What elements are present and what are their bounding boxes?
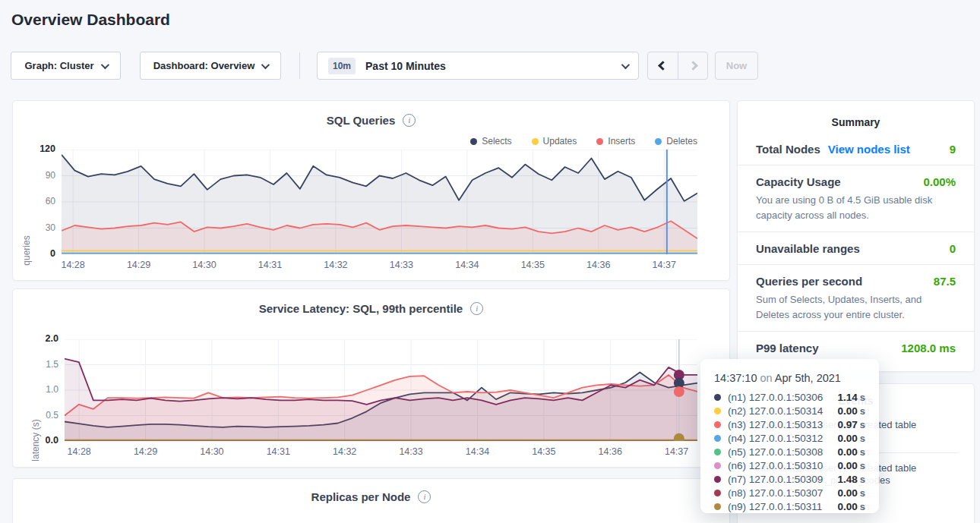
sql-queries-plot[interactable]: 030609012014:2814:2914:3014:3114:3214:33…	[62, 150, 697, 254]
time-range-badge: 10m	[328, 58, 356, 74]
x-axis-tick: 14:32	[325, 446, 365, 457]
x-axis-tick: 14:35	[513, 260, 552, 270]
node-color-dot-icon	[714, 490, 721, 496]
tooltip-node-label: (n2) 127.0.0.1:50314	[728, 405, 837, 417]
summary-row-qps: Queries per second 87.5 Sum of Selects, …	[738, 265, 974, 332]
tooltip-node-unit: s	[860, 405, 865, 417]
sql-legend: SelectsUpdatesInsertsDeletes	[470, 136, 697, 147]
page-title: Overview Dashboard	[11, 11, 170, 29]
y-axis-tick: 0	[22, 248, 55, 259]
total-nodes-value: 9	[950, 143, 956, 156]
tooltip-node-unit: s	[860, 433, 865, 444]
next-time-button[interactable]	[678, 52, 707, 79]
chevron-down-icon	[261, 60, 270, 68]
tooltip-node-value: 1.14	[837, 392, 857, 403]
info-icon[interactable]: i	[418, 490, 431, 503]
tooltip-node-label: (n7) 127.0.0.1:50309	[728, 474, 837, 485]
x-axis-tick: 14:28	[53, 260, 93, 270]
tooltip-row: (n2) 127.0.0.1:503140.00s	[714, 404, 865, 417]
summary-row-capacity: Capacity Usage 0.00% You are using 0 B o…	[738, 165, 974, 232]
tooltip-node-value: 0.00	[837, 460, 857, 471]
tooltip-node-unit: s	[860, 446, 865, 458]
service-latency-plot[interactable]: 0.00.51.01.52.014:2814:2914:3014:3114:32…	[65, 339, 697, 441]
x-axis-tick: 14:30	[192, 446, 232, 457]
summary-title: Summary	[738, 101, 974, 133]
legend-dot-icon	[470, 138, 477, 145]
chevron-right-icon	[688, 61, 698, 71]
tooltip-node-value: 0.97	[837, 419, 857, 430]
tooltip-node-unit: s	[860, 487, 865, 499]
tooltip-node-label: (n5) 127.0.0.1:50308	[728, 446, 837, 458]
prev-time-button[interactable]	[648, 52, 678, 79]
legend-dot-icon	[655, 138, 662, 145]
y-axis-tick: 120	[22, 143, 55, 154]
chevron-down-icon	[100, 60, 109, 68]
tooltip-node-value: 0.00	[837, 501, 857, 512]
tooltip-row: (n7) 127.0.0.1:503091.48s	[714, 472, 865, 486]
info-icon[interactable]: i	[403, 114, 416, 127]
tooltip-time: 14:37:10	[714, 372, 757, 384]
capacity-usage-label: Capacity Usage	[756, 175, 841, 188]
tooltip-node-label: (n9) 127.0.0.1:50311	[728, 501, 837, 512]
tooltip-row: (n6) 127.0.0.1:503100.00s	[714, 458, 865, 472]
tooltip-timestamp: 14:37:10 on Apr 5th, 2021	[714, 372, 865, 384]
node-color-dot-icon	[714, 462, 721, 469]
node-color-dot-icon	[714, 476, 721, 483]
x-axis-tick: 14:28	[59, 446, 99, 457]
graph-dropdown[interactable]: Graph: Cluster	[11, 52, 121, 80]
legend-label: Updates	[543, 136, 577, 147]
view-nodes-list-link[interactable]: View nodes list	[828, 143, 910, 156]
x-axis-tick: 14:31	[258, 446, 298, 457]
summary-row-unavailable: Unavailable ranges 0	[738, 232, 974, 265]
tooltip-rows: (n1) 127.0.0.1:503061.14s(n2) 127.0.0.1:…	[714, 390, 865, 513]
y-axis-tick: 2.0	[25, 333, 58, 344]
queries-per-second-value: 87.5	[934, 275, 956, 288]
x-axis-tick: 14:33	[391, 446, 431, 457]
sql-queries-title: SQL Queries	[327, 114, 396, 127]
x-axis-tick: 14:32	[316, 260, 356, 270]
sql-queries-card: SQL Queries i SelectsUpdatesInsertsDelet…	[12, 100, 730, 281]
node-color-dot-icon	[714, 503, 721, 510]
tooltip-row: (n3) 127.0.0.1:503130.97s	[714, 417, 865, 431]
tooltip-node-value: 0.00	[837, 446, 857, 458]
summary-row-total-nodes: Total Nodes View nodes list 9	[738, 133, 974, 165]
legend-item-updates: Updates	[532, 136, 577, 147]
chart-tooltip: 14:37:10 on Apr 5th, 2021 (n1) 127.0.0.1…	[700, 359, 879, 513]
dashboard-dropdown[interactable]: Dashboard: Overview	[140, 52, 281, 80]
controls-divider	[299, 52, 300, 79]
dashboard-dropdown-label: Dashboard: Overview	[153, 60, 255, 71]
tooltip-row: (n4) 127.0.0.1:503120.00s	[714, 431, 865, 445]
summary-panel: Summary Total Nodes View nodes list 9 Ca…	[737, 100, 975, 372]
node-color-dot-icon	[714, 421, 721, 428]
tooltip-node-unit: s	[860, 474, 865, 485]
tooltip-node-label: (n8) 127.0.0.1:50307	[728, 487, 837, 499]
queries-per-second-label: Queries per second	[756, 275, 862, 288]
x-axis-tick: 14:29	[126, 446, 166, 457]
replicas-per-node-card: Replicas per Node i	[12, 478, 730, 523]
x-axis-tick: 14:35	[524, 446, 564, 457]
legend-label: Selects	[482, 136, 511, 147]
y-axis-tick: 90	[22, 170, 55, 181]
legend-label: Inserts	[608, 136, 635, 147]
legend-label: Deletes	[666, 136, 697, 147]
legend-dot-icon	[596, 138, 603, 145]
y-axis-tick: 60	[22, 196, 55, 206]
tooltip-row: (n8) 127.0.0.1:503070.00s	[714, 486, 865, 499]
tooltip-node-label: (n4) 127.0.0.1:50312	[728, 433, 837, 444]
service-latency-card: Service Latency: SQL, 99th percentile i …	[12, 288, 730, 468]
graph-dropdown-label: Graph: Cluster	[24, 60, 93, 71]
y-axis-tick: 1.0	[25, 384, 58, 395]
tooltip-row: (n1) 127.0.0.1:503061.14s	[714, 390, 865, 404]
p99-latency-value: 1208.0 ms	[901, 342, 956, 354]
tooltip-node-unit: s	[860, 419, 865, 430]
service-latency-title: Service Latency: SQL, 99th percentile	[259, 302, 463, 315]
legend-item-deletes: Deletes	[655, 136, 697, 147]
tooltip-node-value: 0.00	[837, 487, 857, 499]
chevron-left-icon	[658, 61, 668, 71]
info-icon[interactable]: i	[470, 302, 483, 315]
y-axis-tick: 1.5	[25, 359, 58, 370]
time-range-picker[interactable]: 10m Past 10 Minutes	[317, 52, 639, 80]
legend-item-selects: Selects	[470, 136, 511, 147]
legend-dot-icon	[532, 138, 539, 145]
now-button[interactable]: Now	[715, 52, 758, 80]
